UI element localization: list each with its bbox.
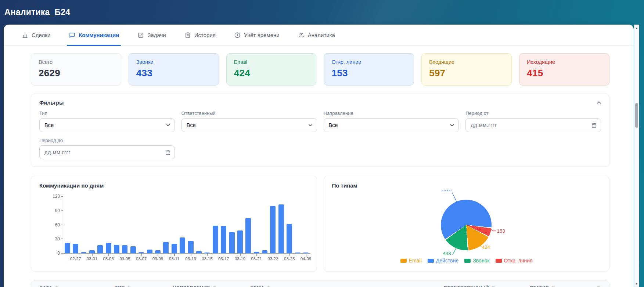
filter-select[interactable]: Все (181, 118, 317, 132)
stat-label: Откр. линии (331, 59, 406, 65)
charts-row: Коммуникации по дням 030609012002-2703-0… (31, 176, 609, 272)
y-axis-tick-label: 60 (45, 222, 60, 228)
column-header-actions[interactable]: ⇅ (588, 285, 601, 287)
x-axis-tick-label: 03-21 (251, 257, 262, 261)
tab-5[interactable]: Учёт времени (232, 25, 281, 46)
bar-column: 03-09 (154, 250, 162, 253)
tab-6[interactable]: Аналитика (296, 25, 337, 46)
stat-value: 2629 (39, 68, 114, 79)
bar-column: 02-27 (71, 244, 79, 253)
sort-icon: ⇅ (551, 285, 555, 287)
legend-label: Звонок (473, 258, 489, 264)
bar (122, 245, 127, 253)
bar-column (63, 243, 71, 253)
filter-field: Период от (465, 110, 601, 132)
tab-label: Задачи (147, 32, 166, 38)
column-header-направление[interactable]: НАПРАВЛЕНИЕ⇅ (173, 285, 251, 287)
bar-column (145, 250, 154, 253)
legend-item[interactable]: Email (400, 258, 422, 264)
bar (270, 206, 276, 253)
sort-icon: ⇅ (55, 285, 59, 287)
pie-callout-email: 424 (482, 244, 490, 250)
collapse-chevron-icon[interactable] (596, 100, 602, 105)
bar (213, 226, 218, 253)
legend-item[interactable]: Откр. линия (496, 258, 533, 264)
bar-column (211, 226, 219, 253)
tab-2[interactable]: Коммуникации (67, 25, 121, 46)
bar (155, 250, 161, 253)
bar-column (80, 252, 88, 253)
filter-label: Период от (465, 110, 601, 116)
screen: Аналитика_Б24 СделкиКоммуникацииЗадачиИс… (0, 0, 644, 287)
filter-select[interactable]: Все (324, 118, 459, 132)
stat-label: Исходящие (527, 59, 602, 65)
scroll-thumb[interactable] (635, 103, 638, 128)
x-axis-tick-label: 04-09 (301, 257, 311, 261)
bar-column: 03-17 (219, 226, 227, 253)
column-header-тема[interactable]: ТЕМА⇅ (251, 285, 443, 287)
bar-chart-title: Коммуникации по дням (39, 182, 309, 189)
legend-label: Действие (436, 258, 459, 264)
filter-select[interactable]: Все (39, 118, 175, 132)
tab-3[interactable]: Задачи (136, 25, 168, 46)
bar-column: 03-15 (203, 253, 211, 253)
x-axis-tick-label: 03-11 (169, 257, 180, 261)
table-card: ДАТА⇅ТИП⇅НАПРАВЛЕНИЕ⇅ТЕМА⇅ОТВЕТСТВЕННЫЙ⇅… (31, 280, 609, 287)
tab-label: Учёт времени (244, 32, 280, 38)
legend-swatch (400, 259, 407, 263)
column-header-статус[interactable]: СТАТУС⇅ (530, 285, 588, 287)
pie-chart-title: По типам (332, 182, 601, 189)
task-check-icon (137, 32, 144, 39)
bar (196, 251, 202, 253)
main-card: СделкиКоммуникацииЗадачиИсторияУчёт врем… (4, 25, 634, 287)
x-axis-tick-label: 03-19 (235, 257, 245, 261)
legend-swatch (428, 259, 434, 263)
bar (114, 245, 119, 253)
filter-label: Тип (39, 110, 175, 116)
bar-column (228, 232, 236, 253)
scrollbar[interactable]: ▲ ▼ (634, 25, 639, 287)
y-axis-tick-label: 30 (45, 236, 60, 241)
legend-swatch (464, 259, 471, 263)
sort-icon: ⇅ (213, 285, 217, 287)
column-label: СТАТУС (530, 285, 549, 287)
bar (130, 246, 136, 253)
column-header-ответственный[interactable]: ОТВЕТСТВЕННЫЙ⇅ (443, 285, 530, 287)
sort-icon: ⇅ (597, 285, 601, 287)
bar-chart: 030609012002-2703-0103-0303-0503-0703-09… (63, 197, 310, 254)
bar (254, 252, 259, 253)
filters-card: Фильтры ТипВсеОтветственныйВсеНаправлени… (31, 94, 609, 167)
legend-item[interactable]: Звонок (464, 258, 489, 264)
scroll-down-icon[interactable]: ▼ (634, 281, 639, 286)
bar-column (96, 245, 104, 253)
scroll-up-icon[interactable]: ▲ (634, 25, 639, 30)
bar (229, 232, 235, 253)
x-axis-tick-label: 02-27 (70, 257, 81, 261)
bar-column (129, 246, 137, 253)
stat-label: Звонки (136, 59, 211, 65)
tab-label: Коммуникации (79, 32, 119, 38)
bar (97, 245, 103, 253)
column-header-тип[interactable]: ТИП⇅ (115, 285, 173, 287)
filter-label: Ответственный (181, 110, 317, 116)
filter-field: ОтветственныйВсе (181, 110, 317, 132)
tab-4[interactable]: История (183, 25, 217, 46)
date-input[interactable] (39, 145, 175, 159)
bar-chart-icon (22, 32, 28, 39)
x-axis-tick-label: 03-03 (103, 257, 114, 261)
stat-value: 433 (136, 68, 211, 79)
bar (163, 242, 169, 253)
tab-1[interactable]: Сделки (20, 25, 52, 46)
legend-item[interactable]: Действие (428, 258, 459, 264)
stat-card: Всего2629 (31, 53, 121, 86)
x-axis-tick-label: 03-23 (267, 257, 278, 261)
sort-icon: ⇅ (267, 285, 271, 287)
app-title: Аналитика_Б24 (4, 7, 70, 17)
legend-label: Email (409, 258, 422, 264)
stat-label: Email (234, 59, 309, 65)
x-axis-tick-label: 03-17 (218, 257, 229, 261)
column-header-дата[interactable]: ДАТА⇅ (39, 285, 115, 287)
stat-value: 597 (429, 68, 504, 79)
date-input[interactable] (465, 118, 601, 132)
tabs-row: СделкиКоммуникацииЗадачиИсторияУчёт врем… (4, 25, 634, 46)
